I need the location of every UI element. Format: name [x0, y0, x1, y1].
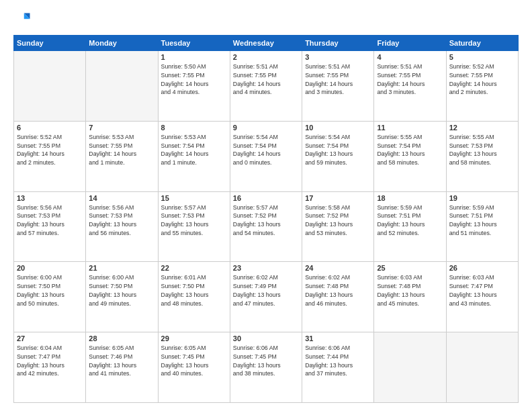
day-number: 16 — [233, 194, 299, 202]
calendar: SundayMondayTuesdayWednesdayThursdayFrid… — [13, 35, 519, 403]
calendar-cell: 11Sunrise: 5:55 AM Sunset: 7:54 PM Dayli… — [374, 121, 446, 191]
calendar-cell: 20Sunrise: 6:00 AM Sunset: 7:50 PM Dayli… — [14, 262, 86, 332]
calendar-cell: 3Sunrise: 5:51 AM Sunset: 7:55 PM Daylig… — [302, 51, 374, 122]
weekday-header: Saturday — [446, 36, 518, 51]
calendar-body: 1Sunrise: 5:50 AM Sunset: 7:55 PM Daylig… — [14, 51, 519, 403]
weekday-header: Friday — [374, 36, 446, 51]
calendar-cell: 18Sunrise: 5:59 AM Sunset: 7:51 PM Dayli… — [374, 191, 446, 262]
day-number: 23 — [233, 264, 299, 272]
weekday-row: SundayMondayTuesdayWednesdayThursdayFrid… — [14, 36, 519, 51]
day-info: Sunrise: 5:57 AM Sunset: 7:52 PM Dayligh… — [233, 203, 299, 238]
calendar-cell: 27Sunrise: 6:04 AM Sunset: 7:47 PM Dayli… — [14, 332, 86, 403]
calendar-cell: 10Sunrise: 5:54 AM Sunset: 7:54 PM Dayli… — [302, 121, 374, 191]
day-number: 30 — [233, 334, 299, 342]
calendar-cell: 22Sunrise: 6:01 AM Sunset: 7:50 PM Dayli… — [158, 262, 230, 332]
day-info: Sunrise: 6:06 AM Sunset: 7:45 PM Dayligh… — [233, 344, 299, 378]
calendar-week-row: 20Sunrise: 6:00 AM Sunset: 7:50 PM Dayli… — [14, 262, 519, 332]
day-info: Sunrise: 5:55 AM Sunset: 7:53 PM Dayligh… — [449, 133, 515, 167]
day-number: 8 — [161, 124, 227, 132]
page: SundayMondayTuesdayWednesdayThursdayFrid… — [0, 0, 532, 411]
day-number: 26 — [449, 264, 515, 272]
day-info: Sunrise: 5:51 AM Sunset: 7:55 PM Dayligh… — [233, 62, 299, 97]
day-info: Sunrise: 6:03 AM Sunset: 7:48 PM Dayligh… — [377, 273, 443, 308]
calendar-cell — [374, 332, 446, 403]
day-info: Sunrise: 5:50 AM Sunset: 7:55 PM Dayligh… — [161, 62, 227, 97]
calendar-cell: 7Sunrise: 5:53 AM Sunset: 7:55 PM Daylig… — [86, 121, 158, 191]
calendar-cell: 19Sunrise: 5:59 AM Sunset: 7:51 PM Dayli… — [446, 191, 518, 262]
day-info: Sunrise: 5:52 AM Sunset: 7:55 PM Dayligh… — [449, 62, 515, 97]
calendar-cell: 23Sunrise: 6:02 AM Sunset: 7:49 PM Dayli… — [230, 262, 302, 332]
calendar-cell: 13Sunrise: 5:56 AM Sunset: 7:53 PM Dayli… — [14, 191, 86, 262]
logo — [13, 11, 35, 30]
calendar-cell: 26Sunrise: 6:03 AM Sunset: 7:47 PM Dayli… — [446, 262, 518, 332]
calendar-cell: 2Sunrise: 5:51 AM Sunset: 7:55 PM Daylig… — [230, 51, 302, 122]
day-info: Sunrise: 5:54 AM Sunset: 7:54 PM Dayligh… — [233, 133, 299, 167]
day-number: 20 — [17, 264, 83, 272]
calendar-cell — [446, 332, 518, 403]
day-info: Sunrise: 5:57 AM Sunset: 7:53 PM Dayligh… — [161, 203, 227, 238]
calendar-cell: 1Sunrise: 5:50 AM Sunset: 7:55 PM Daylig… — [158, 51, 230, 122]
day-info: Sunrise: 5:51 AM Sunset: 7:55 PM Dayligh… — [305, 62, 371, 97]
calendar-cell — [86, 51, 158, 122]
calendar-cell: 5Sunrise: 5:52 AM Sunset: 7:55 PM Daylig… — [446, 51, 518, 122]
weekday-header: Thursday — [302, 36, 374, 51]
day-number: 19 — [449, 194, 515, 202]
day-info: Sunrise: 5:53 AM Sunset: 7:54 PM Dayligh… — [161, 133, 227, 167]
day-number: 18 — [377, 194, 443, 202]
day-number: 2 — [233, 53, 299, 61]
day-number: 22 — [161, 264, 227, 272]
calendar-cell: 25Sunrise: 6:03 AM Sunset: 7:48 PM Dayli… — [374, 262, 446, 332]
day-info: Sunrise: 5:59 AM Sunset: 7:51 PM Dayligh… — [449, 203, 515, 238]
day-number: 7 — [89, 124, 154, 132]
calendar-cell: 17Sunrise: 5:58 AM Sunset: 7:52 PM Dayli… — [302, 191, 374, 262]
calendar-cell: 15Sunrise: 5:57 AM Sunset: 7:53 PM Dayli… — [158, 191, 230, 262]
calendar-cell: 9Sunrise: 5:54 AM Sunset: 7:54 PM Daylig… — [230, 121, 302, 191]
day-number: 4 — [377, 53, 443, 61]
calendar-cell: 28Sunrise: 6:05 AM Sunset: 7:46 PM Dayli… — [86, 332, 158, 403]
day-info: Sunrise: 5:52 AM Sunset: 7:55 PM Dayligh… — [17, 133, 83, 167]
day-info: Sunrise: 6:04 AM Sunset: 7:47 PM Dayligh… — [17, 344, 83, 378]
day-number: 12 — [449, 124, 515, 132]
day-number: 5 — [449, 53, 515, 61]
day-info: Sunrise: 5:59 AM Sunset: 7:51 PM Dayligh… — [377, 203, 443, 238]
calendar-cell: 24Sunrise: 6:02 AM Sunset: 7:48 PM Dayli… — [302, 262, 374, 332]
calendar-cell: 30Sunrise: 6:06 AM Sunset: 7:45 PM Dayli… — [230, 332, 302, 403]
calendar-week-row: 1Sunrise: 5:50 AM Sunset: 7:55 PM Daylig… — [14, 51, 519, 122]
day-info: Sunrise: 6:06 AM Sunset: 7:44 PM Dayligh… — [305, 344, 371, 378]
day-info: Sunrise: 6:00 AM Sunset: 7:50 PM Dayligh… — [89, 273, 154, 308]
day-number: 14 — [89, 194, 154, 202]
weekday-header: Wednesday — [230, 36, 302, 51]
calendar-cell: 8Sunrise: 5:53 AM Sunset: 7:54 PM Daylig… — [158, 121, 230, 191]
day-number: 10 — [305, 124, 371, 132]
day-number: 24 — [305, 264, 371, 272]
calendar-week-row: 6Sunrise: 5:52 AM Sunset: 7:55 PM Daylig… — [14, 121, 519, 191]
weekday-header: Sunday — [14, 36, 86, 51]
day-number: 3 — [305, 53, 371, 61]
calendar-cell: 6Sunrise: 5:52 AM Sunset: 7:55 PM Daylig… — [14, 121, 86, 191]
day-number: 11 — [377, 124, 443, 132]
calendar-cell: 16Sunrise: 5:57 AM Sunset: 7:52 PM Dayli… — [230, 191, 302, 262]
day-info: Sunrise: 6:01 AM Sunset: 7:50 PM Dayligh… — [161, 273, 227, 308]
calendar-cell — [14, 51, 86, 122]
day-number: 15 — [161, 194, 227, 202]
day-number: 1 — [161, 53, 227, 61]
calendar-cell: 4Sunrise: 5:51 AM Sunset: 7:55 PM Daylig… — [374, 51, 446, 122]
calendar-cell: 21Sunrise: 6:00 AM Sunset: 7:50 PM Dayli… — [86, 262, 158, 332]
day-info: Sunrise: 6:05 AM Sunset: 7:46 PM Dayligh… — [89, 344, 154, 378]
calendar-cell: 14Sunrise: 5:56 AM Sunset: 7:53 PM Dayli… — [86, 191, 158, 262]
day-number: 25 — [377, 264, 443, 272]
day-number: 9 — [233, 124, 299, 132]
day-number: 13 — [17, 194, 83, 202]
day-info: Sunrise: 5:51 AM Sunset: 7:55 PM Dayligh… — [377, 62, 443, 97]
day-info: Sunrise: 5:53 AM Sunset: 7:55 PM Dayligh… — [89, 133, 154, 167]
day-number: 21 — [89, 264, 154, 272]
calendar-header: SundayMondayTuesdayWednesdayThursdayFrid… — [14, 36, 519, 51]
calendar-week-row: 13Sunrise: 5:56 AM Sunset: 7:53 PM Dayli… — [14, 191, 519, 262]
day-info: Sunrise: 6:02 AM Sunset: 7:49 PM Dayligh… — [233, 273, 299, 308]
day-info: Sunrise: 6:02 AM Sunset: 7:48 PM Dayligh… — [305, 273, 371, 308]
weekday-header: Tuesday — [158, 36, 230, 51]
calendar-cell: 12Sunrise: 5:55 AM Sunset: 7:53 PM Dayli… — [446, 121, 518, 191]
day-info: Sunrise: 5:58 AM Sunset: 7:52 PM Dayligh… — [305, 203, 371, 238]
day-number: 6 — [17, 124, 83, 132]
calendar-cell: 29Sunrise: 6:05 AM Sunset: 7:45 PM Dayli… — [158, 332, 230, 403]
